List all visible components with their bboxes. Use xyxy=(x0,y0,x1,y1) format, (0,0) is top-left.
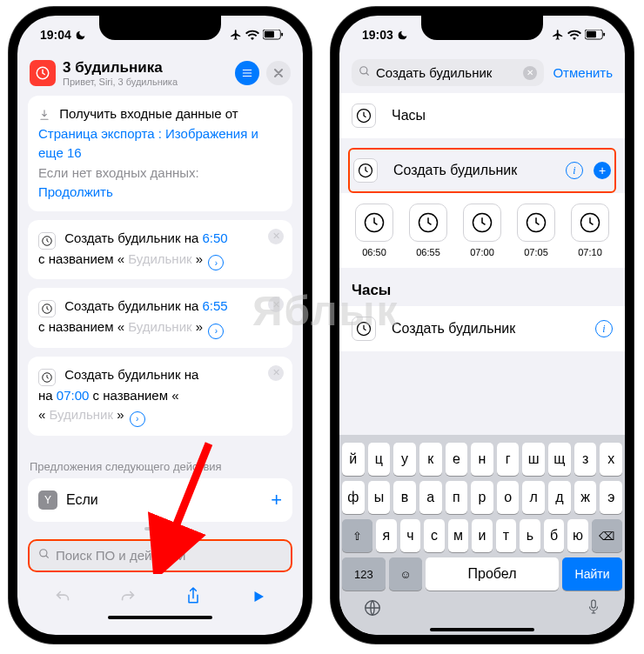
space-key[interactable]: Пробел xyxy=(426,557,559,591)
key-о[interactable]: о xyxy=(497,481,520,514)
shortcut-subtitle: Привет, Siri, 3 будильника xyxy=(63,77,228,87)
input-source-card[interactable]: Получить входные данные от Страница эксп… xyxy=(28,96,292,211)
key-б[interactable]: б xyxy=(544,519,565,552)
key-у[interactable]: у xyxy=(393,443,416,476)
key-ф[interactable]: ф xyxy=(342,481,365,514)
close-button[interactable] xyxy=(266,61,291,85)
add-action-button[interactable]: + xyxy=(594,162,611,179)
key-с[interactable]: с xyxy=(424,519,445,552)
home-indicator[interactable] xyxy=(430,628,534,631)
delete-card-button[interactable]: ✕ xyxy=(268,297,284,312)
globe-key[interactable] xyxy=(363,598,382,621)
alarm-name[interactable]: Будильник xyxy=(128,251,191,266)
numbers-key[interactable]: 123 xyxy=(342,557,386,591)
info-button[interactable]: i xyxy=(595,320,613,337)
key-я[interactable]: я xyxy=(376,519,397,552)
expand-button[interactable]: › xyxy=(130,411,145,427)
key-ч[interactable]: ч xyxy=(400,519,421,552)
clear-search-button[interactable]: ✕ xyxy=(523,66,537,80)
key-д[interactable]: д xyxy=(548,481,571,514)
alarm-card-1[interactable]: ✕ Создать будильник на 6:50 с названием … xyxy=(28,220,292,280)
drag-handle[interactable] xyxy=(144,527,176,531)
key-м[interactable]: м xyxy=(448,519,469,552)
preset-time: 06:55 xyxy=(406,247,451,257)
input-source[interactable]: Страница экспорта xyxy=(38,126,155,141)
alarm-time-scroll[interactable]: 06:50 06:55 07:00 07:05 07:10 xyxy=(339,193,625,268)
key-ь[interactable]: ь xyxy=(520,519,540,552)
alarm-quote-open: « xyxy=(38,407,45,422)
key-и[interactable]: и xyxy=(472,519,493,552)
suggestion-card[interactable]: Y Если + xyxy=(28,478,292,522)
search-placeholder: Поиск ПО и действий xyxy=(56,548,185,563)
alarm-pre: Создать будильник на xyxy=(64,298,198,313)
key-п[interactable]: п xyxy=(446,481,468,514)
expand-button[interactable]: › xyxy=(208,324,224,339)
alarm-preset[interactable]: 07:10 xyxy=(567,204,613,257)
key-л[interactable]: л xyxy=(522,481,545,514)
share-button[interactable] xyxy=(181,584,205,609)
alarm-card-3[interactable]: ✕ Создать будильник на на 07:00 с назван… xyxy=(28,357,292,436)
key-э[interactable]: э xyxy=(600,481,622,514)
continue-option[interactable]: Продолжить xyxy=(38,184,113,199)
home-indicator[interactable] xyxy=(108,616,212,619)
key-т[interactable]: т xyxy=(496,519,517,552)
phone-left: 19:04 3 будильника Привет, Siri, 3 будил… xyxy=(9,7,312,644)
delete-card-button[interactable]: ✕ xyxy=(268,229,284,244)
find-key[interactable]: Найти xyxy=(562,557,622,591)
backspace-key[interactable]: ⌫ xyxy=(592,519,622,552)
action-row-create-alarm-2[interactable]: Создать будильник i xyxy=(339,306,625,352)
airplane-icon xyxy=(230,29,242,41)
svg-rect-23 xyxy=(592,600,596,608)
shift-key[interactable]: ⇧ xyxy=(342,519,372,552)
alarm-name[interactable]: Будильник xyxy=(128,319,191,334)
emoji-key[interactable]: ☺ xyxy=(389,557,422,591)
mic-key[interactable] xyxy=(586,598,601,621)
alarm-card-2[interactable]: ✕ Создать будильник на 6:55 с названием … xyxy=(28,288,292,348)
action-row-create-alarm[interactable]: Создать будильник i + xyxy=(350,150,614,191)
key-к[interactable]: к xyxy=(419,443,442,476)
search-field[interactable]: Поиск ПО и действий xyxy=(28,539,292,572)
alarm-preset[interactable]: 06:50 xyxy=(352,204,397,257)
key-ю[interactable]: ю xyxy=(567,519,588,552)
search-input[interactable]: Создать будильник ✕ xyxy=(352,59,544,86)
redo-button[interactable] xyxy=(116,584,140,609)
alarm-preset[interactable]: 06:55 xyxy=(406,204,451,257)
key-е[interactable]: е xyxy=(446,443,468,476)
key-в[interactable]: в xyxy=(393,481,416,514)
play-button[interactable] xyxy=(246,584,271,609)
clock-icon xyxy=(409,204,447,242)
alarm-pre: Создать будильник на xyxy=(64,230,198,245)
key-ы[interactable]: ы xyxy=(368,481,391,514)
settings-button[interactable] xyxy=(235,61,259,85)
expand-button[interactable]: › xyxy=(208,255,224,270)
key-ц[interactable]: ц xyxy=(368,443,391,476)
key-щ[interactable]: щ xyxy=(548,443,571,476)
key-х[interactable]: х xyxy=(600,443,622,476)
row-label: Создать будильник xyxy=(393,163,517,178)
key-ж[interactable]: ж xyxy=(574,481,597,514)
info-button[interactable]: i xyxy=(566,162,583,179)
alarm-time[interactable]: 6:55 xyxy=(203,298,228,313)
key-р[interactable]: р xyxy=(471,481,493,514)
key-а[interactable]: а xyxy=(419,481,442,514)
key-н[interactable]: н xyxy=(471,443,493,476)
status-time: 19:03 xyxy=(362,28,393,42)
alarm-preset[interactable]: 07:05 xyxy=(513,204,559,257)
add-suggestion-button[interactable]: + xyxy=(271,489,282,511)
key-з[interactable]: з xyxy=(574,443,597,476)
alarm-name[interactable]: Будильник xyxy=(50,407,113,422)
preset-time: 07:00 xyxy=(460,247,505,257)
cancel-button[interactable]: Отменить xyxy=(553,65,613,80)
app-row-clock[interactable]: Часы xyxy=(339,93,625,139)
delete-card-button[interactable]: ✕ xyxy=(268,365,284,381)
svg-rect-11 xyxy=(587,31,596,37)
undo-button[interactable] xyxy=(50,584,75,609)
alarm-time[interactable]: 07:00 xyxy=(57,388,90,403)
alarm-preset[interactable]: 07:00 xyxy=(460,204,505,257)
key-й[interactable]: й xyxy=(342,443,365,476)
no-input-label: Если нет входных данных: xyxy=(38,165,199,180)
key-ш[interactable]: ш xyxy=(522,443,545,476)
alarm-mid: с названием « xyxy=(38,251,124,266)
alarm-time[interactable]: 6:50 xyxy=(203,230,228,245)
key-г[interactable]: г xyxy=(497,443,520,476)
